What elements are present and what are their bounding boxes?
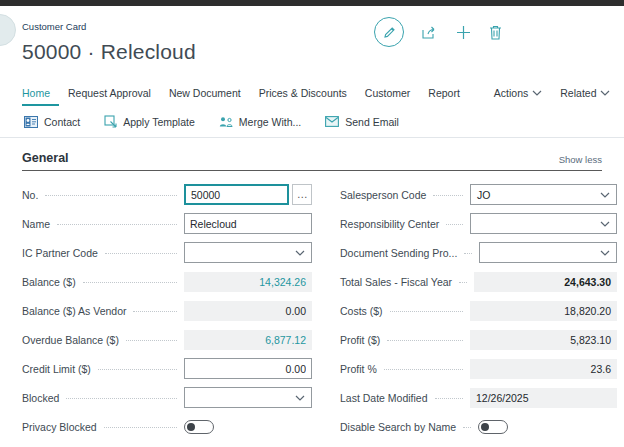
action-label: Apply Template [123, 116, 195, 128]
field-control-last-date-modified: 12/26/2025 [470, 388, 617, 408]
field-control-credit-limit [184, 358, 312, 379]
action-merge-with-[interactable]: Merge With... [219, 116, 301, 128]
share-button[interactable] [420, 23, 440, 42]
action-contact[interactable]: Contact [24, 116, 80, 128]
salesperson-code-select[interactable]: JO [470, 184, 617, 205]
field-label-costs: Costs ($) [340, 305, 383, 317]
field-label-profit-pct: Profit % [340, 363, 377, 375]
tab-report[interactable]: Report [419, 80, 469, 106]
dotted-leader [98, 369, 177, 370]
dotted-leader [45, 195, 177, 196]
toggle-knob [481, 423, 489, 431]
profit-value: 5,823.10 [570, 334, 611, 346]
show-less-link[interactable]: Show less [559, 154, 602, 165]
field-label-credit-limit: Credit Limit ($) [22, 363, 91, 375]
edit-button[interactable] [372, 15, 406, 49]
action-apply-template[interactable]: Apply Template [104, 115, 195, 128]
send-email-icon [325, 116, 339, 127]
field-label-document-sending-profile: Document Sending Pro... [340, 247, 457, 259]
field-control-name [184, 213, 312, 234]
field-row-document-sending-profile: Document Sending Pro... [340, 238, 617, 267]
ribbon-tabs: HomeRequest ApprovalNew DocumentPrices &… [0, 80, 624, 106]
page-header: Customer Card 50000 · Relecloud [0, 6, 624, 80]
credit-limit-input[interactable] [184, 358, 312, 379]
field-control-profit-pct: 23.6 [470, 359, 617, 379]
contact-icon [24, 116, 38, 128]
field-row-balance-as-vendor: Balance ($) As Vendor0.00 [22, 296, 312, 325]
field-row-disable-search-by-name: Disable Search by Name [340, 412, 617, 441]
total-sales-fiscal-year-value: 24,643.30 [564, 276, 611, 288]
toggle-knob [187, 423, 195, 431]
blocked-select[interactable] [184, 387, 312, 408]
selected-value: JO [477, 189, 490, 201]
dotted-leader [384, 369, 463, 370]
avatar-circle[interactable] [0, 14, 16, 46]
field-label-overdue-balance: Overdue Balance ($) [22, 334, 119, 346]
field-row-profit-pct: Profit %23.6 [340, 354, 617, 383]
profit-value-field: 5,823.10 [470, 330, 617, 350]
new-button[interactable] [454, 23, 473, 42]
field-row-privacy-blocked: Privacy Blocked [22, 412, 312, 441]
share-icon [422, 25, 438, 40]
dotted-leader [464, 253, 472, 254]
dotted-leader [387, 340, 463, 341]
section-title: General [22, 151, 69, 165]
tab-label: Prices & Discounts [259, 87, 347, 99]
field-row-name: Name [22, 209, 312, 238]
disable-search-by-name-toggle[interactable] [478, 420, 508, 434]
overdue-balance-value[interactable]: 6,877.12 [265, 334, 306, 346]
chevron-down-icon [532, 90, 542, 96]
no-assist-button[interactable]: … [292, 184, 312, 205]
field-control-responsibility-center [470, 213, 617, 234]
edit-icon [374, 17, 404, 47]
dotted-leader [104, 427, 177, 428]
tab-customer[interactable]: Customer [356, 80, 420, 106]
ic-partner-code-select[interactable] [184, 242, 312, 263]
field-label-total-sales-fiscal-year: Total Sales - Fiscal Year [340, 276, 452, 288]
field-row-ic-partner-code: IC Partner Code [22, 238, 312, 267]
tab-home[interactable]: Home [22, 80, 59, 106]
name-input[interactable] [184, 213, 312, 234]
field-row-no: No.… [22, 180, 312, 209]
field-label-blocked: Blocked [22, 392, 59, 404]
field-control-overdue-balance: 6,877.12 [184, 330, 312, 350]
field-label-ic-partner-code: IC Partner Code [22, 247, 98, 259]
balance-value[interactable]: 14,324.26 [259, 276, 306, 288]
tab-label: Home [22, 87, 50, 99]
apply-template-icon [104, 115, 117, 128]
tab-new-document[interactable]: New Document [160, 80, 250, 106]
dotted-leader [463, 427, 471, 428]
field-label-no: No. [22, 189, 38, 201]
field-row-balance: Balance ($)14,324.26 [22, 267, 312, 296]
privacy-blocked-toggle[interactable] [184, 420, 214, 434]
tab-label: Request Approval [68, 87, 151, 99]
tab-label: Related [560, 87, 596, 99]
responsibility-center-select[interactable] [470, 213, 617, 234]
dotted-leader [446, 224, 463, 225]
field-control-privacy-blocked [184, 420, 312, 434]
delete-button[interactable] [487, 23, 504, 42]
action-label: Send Email [345, 116, 399, 128]
tab-reports[interactable]: Reports [619, 80, 624, 106]
document-sending-profile-select[interactable] [479, 242, 617, 263]
field-control-ic-partner-code [184, 242, 312, 263]
field-control-balance-as-vendor: 0.00 [184, 301, 312, 321]
field-label-profit: Profit ($) [340, 334, 380, 346]
form-column-left: No.…NameIC Partner CodeBalance ($)14,324… [22, 180, 312, 441]
tab-related[interactable]: Related [551, 80, 619, 106]
field-control-costs: 18,820.20 [470, 301, 617, 321]
page-type-label: Customer Card [22, 21, 86, 32]
chevron-down-icon [600, 250, 610, 256]
tab-prices-discounts[interactable]: Prices & Discounts [250, 80, 356, 106]
no-input[interactable] [184, 184, 289, 205]
tab-actions[interactable]: Actions [485, 80, 551, 106]
field-label-salesperson-code: Salesperson Code [340, 189, 426, 201]
field-control-profit: 5,823.10 [470, 330, 617, 350]
action-send-email[interactable]: Send Email [325, 116, 399, 128]
tab-request-approval[interactable]: Request Approval [59, 80, 160, 106]
balance-as-vendor-value-field: 0.00 [184, 301, 312, 321]
action-label: Merge With... [239, 116, 301, 128]
total-sales-fiscal-year-value-field: 24,643.30 [474, 272, 617, 292]
costs-value: 18,820.20 [564, 305, 611, 317]
field-label-disable-search-by-name: Disable Search by Name [340, 421, 456, 433]
